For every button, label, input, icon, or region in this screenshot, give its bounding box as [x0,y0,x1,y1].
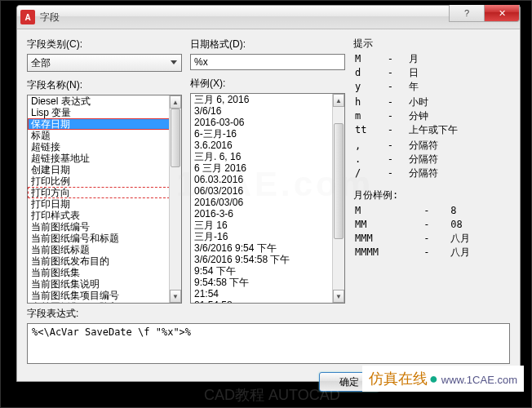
month-examples-title: 月份样例: [353,189,510,202]
list-item[interactable]: 21:54 [191,288,333,299]
app-icon: A [20,10,35,24]
examples-listbox[interactable]: 三月 6, 20163/6/162016-03-066-三月-163.6.201… [190,93,345,304]
list-item[interactable]: 9:54:58 下午 [191,277,333,288]
list-item[interactable]: 6 三月 2016 [191,162,333,174]
list-item[interactable]: 当前图纸编号 [28,221,170,233]
list-item[interactable]: 保存日期 [28,118,170,130]
brand-logo: 仿真在线 ● www.1CAE.com [362,366,524,392]
scrollbar[interactable]: ▲ ▼ [169,95,181,303]
list-item[interactable]: 当前图纸集项目阶段 [28,301,170,303]
list-item[interactable]: 3.6.2016 [191,140,333,151]
scrollbar[interactable]: ▲ ▼ [332,94,344,303]
list-item[interactable]: 创建日期 [28,164,170,175]
scroll-up-icon[interactable]: ▲ [170,95,181,109]
list-item[interactable]: 三月. 6, 16 [191,151,333,162]
close-button[interactable]: ✕ [484,5,520,22]
list-item[interactable]: 超链接基地址 [28,153,170,164]
list-item[interactable]: 当前图纸集项目编号 [28,290,170,301]
list-item[interactable]: 三月 6, 2016 [191,94,333,105]
hints-panel: 提示 M-月d-日y-年h-小时m-分钟tt-上午或下午,-分隔符.-分隔符/-… [353,38,510,304]
scroll-thumb[interactable] [171,109,180,167]
scroll-down-icon[interactable]: ▼ [170,290,181,303]
window-title: 字段 [40,11,516,24]
field-names-listbox[interactable]: Diesel 表达式Lisp 变量保存日期标题超链接超链接基地址创建日期打印比例… [27,95,182,304]
field-category-combo[interactable]: 全部 [27,54,182,72]
list-item[interactable]: 21:54:58 [191,299,333,303]
list-item[interactable]: 06.03.2016 [191,174,333,185]
list-item[interactable]: 标题 [28,130,170,141]
list-item[interactable]: 当前图纸集 [28,267,170,278]
list-item[interactable]: 当前图纸编号和标题 [28,233,170,244]
field-category-label: 字段类别(C): [27,38,182,51]
list-item[interactable]: Diesel 表达式 [28,95,170,107]
hints-title: 提示 [353,38,510,50]
list-item[interactable]: 当前图纸发布目的 [28,255,170,267]
list-item[interactable]: 打印比例 [28,175,170,187]
list-item[interactable]: 6-三月-16 [191,128,333,140]
list-item[interactable]: 2016-03-06 [191,117,333,128]
titlebar[interactable]: A 字段 ? ✕ [17,6,520,29]
expression-label: 字段表达式: [27,307,510,321]
list-item[interactable]: 当前图纸标题 [28,244,170,255]
list-item[interactable]: 三月-16 [191,231,333,242]
list-item[interactable]: 9:54 下午 [191,265,333,277]
list-item[interactable]: 当前图纸集说明 [28,278,170,290]
list-item[interactable]: 三月 16 [191,220,333,231]
scroll-thumb[interactable] [334,123,344,239]
examples-label: 样例(X): [190,77,345,91]
list-item[interactable]: 3/6/16 [191,105,333,117]
list-item[interactable]: 超链接 [28,141,170,153]
list-item[interactable]: 2016-3-6 [191,208,333,220]
list-item[interactable]: 3/6/2016 9:54:58 下午 [191,254,333,265]
field-names-label: 字段名称(N): [27,78,182,92]
list-item[interactable]: 打印方向 [28,187,170,198]
field-category-value: 全部 [31,56,51,70]
list-item[interactable]: 2016/03/06 [191,197,333,208]
list-item[interactable]: 06/03/2016 [191,185,333,197]
list-item[interactable]: 3/6/2016 9:54 下午 [191,242,333,254]
list-item[interactable]: Lisp 变量 [28,107,170,118]
list-item[interactable]: 打印日期 [28,198,170,210]
date-format-input[interactable]: %x [190,54,345,70]
scroll-down-icon[interactable]: ▼ [333,290,344,303]
date-format-label: 日期格式(D): [190,38,345,51]
scroll-up-icon[interactable]: ▲ [333,94,344,107]
dialog-window: A 字段 ? ✕ 字段类别(C): 全部 字段名称(N): Diesel 表达式… [16,5,521,382]
expression-box: %<\AcVar SaveDate \f "%x">% [27,323,510,364]
help-button[interactable]: ? [449,5,485,22]
list-item[interactable]: 打印样式表 [28,210,170,221]
